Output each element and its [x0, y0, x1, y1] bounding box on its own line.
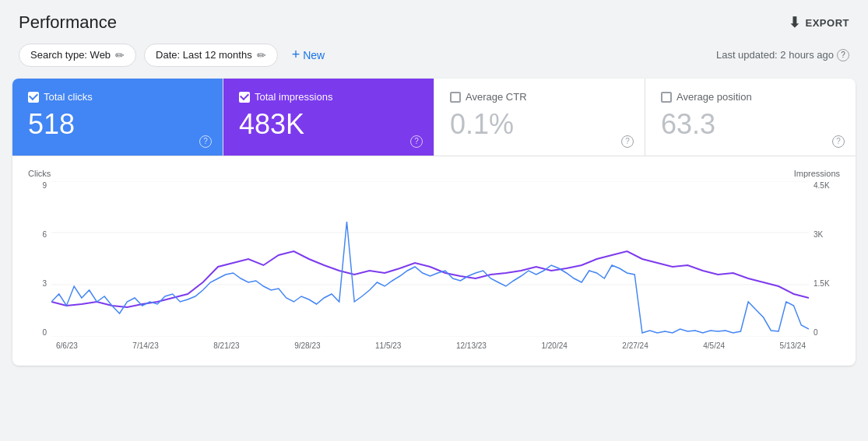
x-tick: 11/5/23: [375, 341, 401, 350]
y-axis-left: 9 6 3 0: [28, 181, 51, 337]
edit-icon: ✏: [257, 49, 266, 61]
plus-icon: +: [292, 47, 300, 63]
toolbar: Search type: Web ✏ Date: Last 12 months …: [0, 42, 868, 79]
clicks-label: Total clicks: [44, 91, 93, 103]
impressions-line: [51, 251, 809, 307]
ctr-checkbox[interactable]: [450, 92, 461, 103]
impressions-value: 483K: [239, 109, 418, 140]
performance-chart: [51, 181, 809, 337]
metrics-row: Total clicks 518 ? Total impressions 483…: [12, 79, 856, 156]
clicks-value: 518: [28, 109, 207, 140]
page-title: Performance: [19, 12, 117, 33]
export-label: EXPORT: [806, 17, 849, 29]
metric-ctr[interactable]: Average CTR 0.1% ?: [434, 79, 645, 156]
impressions-label: Total impressions: [255, 91, 332, 103]
y-axis-right: 4.5K 3K 1.5K 0: [809, 181, 840, 337]
y-right-label: Impressions: [794, 169, 840, 178]
position-help-icon[interactable]: ?: [832, 135, 845, 148]
clicks-checkbox[interactable]: [28, 92, 39, 103]
metric-clicks[interactable]: Total clicks 518 ?: [12, 79, 223, 156]
position-label: Average position: [676, 91, 752, 103]
impressions-help-icon[interactable]: ?: [410, 135, 423, 148]
search-type-filter[interactable]: Search type: Web ✏: [19, 44, 136, 67]
x-axis: 6/6/23 7/14/23 8/21/23 9/28/23 11/5/23 1…: [28, 341, 840, 350]
x-tick: 4/5/24: [703, 341, 725, 350]
date-label: Date: Last 12 months: [156, 49, 252, 61]
x-tick: 8/21/23: [213, 341, 239, 350]
impressions-checkbox[interactable]: [239, 92, 250, 103]
x-tick: 2/27/24: [622, 341, 648, 350]
x-tick: 6/6/23: [56, 341, 78, 350]
new-label: New: [303, 49, 325, 61]
last-updated: Last updated: 2 hours ago ?: [716, 49, 849, 61]
ctr-help-icon[interactable]: ?: [621, 135, 634, 148]
date-filter[interactable]: Date: Last 12 months ✏: [144, 44, 278, 67]
x-tick: 1/20/24: [541, 341, 567, 350]
x-tick: 9/28/23: [294, 341, 320, 350]
search-type-label: Search type: Web: [30, 49, 111, 61]
x-tick: 5/13/24: [780, 341, 806, 350]
edit-icon: ✏: [115, 49, 125, 61]
x-tick: 12/13/23: [456, 341, 487, 350]
chart-svg-wrapper: [51, 181, 809, 337]
metric-impressions[interactable]: Total impressions 483K ?: [223, 79, 434, 156]
help-icon[interactable]: ?: [837, 49, 849, 61]
download-icon: ⬇: [789, 14, 801, 31]
position-value: 63.3: [661, 109, 840, 140]
last-updated-text: Last updated: 2 hours ago: [716, 49, 834, 61]
main-card: Total clicks 518 ? Total impressions 483…: [12, 79, 856, 366]
metric-position[interactable]: Average position 63.3 ?: [645, 79, 856, 156]
export-button[interactable]: ⬇ EXPORT: [789, 14, 849, 31]
new-button[interactable]: + New: [286, 42, 332, 68]
ctr-value: 0.1%: [450, 109, 629, 140]
chart-area: Clicks Impressions 9 6 3 0: [12, 156, 856, 366]
clicks-line: [51, 222, 809, 333]
ctr-label: Average CTR: [466, 91, 527, 103]
clicks-help-icon[interactable]: ?: [199, 135, 212, 148]
y-left-label: Clicks: [28, 169, 51, 178]
x-tick: 7/14/23: [132, 341, 158, 350]
position-checkbox[interactable]: [661, 92, 672, 103]
page-header: Performance ⬇ EXPORT: [0, 0, 868, 42]
